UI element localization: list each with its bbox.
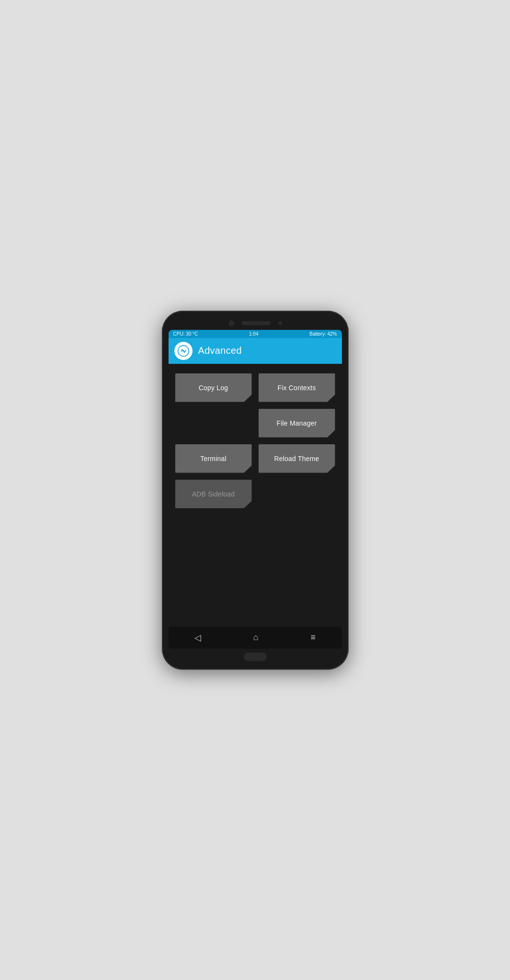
phone-screen: CPU: 30 °C 1:04 Battery: 42% Advanced xyxy=(169,330,342,649)
camera-dot xyxy=(228,320,234,326)
battery-status: Battery: 42% xyxy=(309,331,337,337)
file-manager-button[interactable]: File Manager xyxy=(259,409,335,438)
menu-button[interactable]: ≡ xyxy=(301,631,326,644)
app-title: Advanced xyxy=(198,345,242,356)
back-button[interactable]: ◁ xyxy=(185,631,211,645)
home-button[interactable]: ⌂ xyxy=(244,631,268,644)
fingerprint-sensor xyxy=(244,653,267,661)
fix-contexts-button[interactable]: Fix Contexts xyxy=(259,373,335,402)
status-bar: CPU: 30 °C 1:04 Battery: 42% xyxy=(169,330,342,338)
main-content: Copy Log Fix Contexts File Manager Termi… xyxy=(169,364,342,627)
phone-top-sensors xyxy=(169,317,342,330)
app-bar: Advanced xyxy=(169,338,342,364)
phone-device: CPU: 30 °C 1:04 Battery: 42% Advanced xyxy=(162,311,349,670)
terminal-button[interactable]: Terminal xyxy=(175,444,252,473)
time-status: 1:04 xyxy=(249,331,258,337)
button-grid-row1: Copy Log Fix Contexts xyxy=(175,373,335,402)
nav-bar: ◁ ⌂ ≡ xyxy=(169,627,342,649)
speaker-bar xyxy=(242,321,271,325)
adb-sideload-button[interactable]: ADB Sideload xyxy=(175,480,252,508)
cpu-status: CPU: 30 °C xyxy=(173,331,198,337)
button-grid-row3: Terminal Reload Theme xyxy=(175,444,335,473)
button-grid-row4: ADB Sideload xyxy=(175,480,335,508)
sensor-dot xyxy=(278,321,282,325)
copy-log-button[interactable]: Copy Log xyxy=(175,373,252,402)
button-grid-row2: File Manager xyxy=(175,409,335,438)
reload-theme-button[interactable]: Reload Theme xyxy=(259,444,335,473)
app-logo xyxy=(174,342,193,360)
phone-bottom xyxy=(169,649,342,663)
